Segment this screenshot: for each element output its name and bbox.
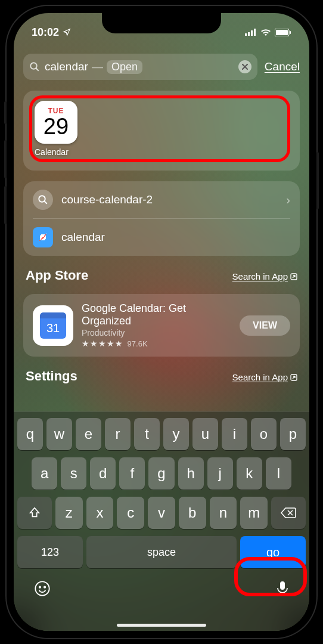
svg-rect-1 xyxy=(248,32,250,36)
appstore-heading: App Store xyxy=(26,268,88,283)
svg-rect-3 xyxy=(254,29,256,36)
svg-point-7 xyxy=(30,63,37,69)
key-i[interactable]: i xyxy=(222,418,247,450)
suggestion-row-search[interactable]: course-calendar-2 › xyxy=(33,181,290,218)
key-w[interactable]: w xyxy=(46,418,72,450)
suggestions-card: course-calendar-2 › calendar xyxy=(23,181,300,256)
key-v[interactable]: v xyxy=(148,497,175,529)
key-r[interactable]: r xyxy=(105,418,131,450)
key-k[interactable]: k xyxy=(237,457,262,490)
volume-down-button[interactable] xyxy=(4,186,7,224)
suggestion-label: course-calendar-2 xyxy=(61,193,278,206)
close-icon xyxy=(242,64,248,70)
appstore-search-in-app[interactable]: Search in App xyxy=(232,271,297,281)
key-u[interactable]: u xyxy=(192,418,218,450)
key-h[interactable]: h xyxy=(178,457,204,490)
backspace-key[interactable] xyxy=(271,497,306,529)
search-icon xyxy=(29,61,40,72)
mute-switch[interactable] xyxy=(4,101,7,124)
suggestion-row-safari[interactable]: calendar xyxy=(33,218,290,256)
annotation-highlight-app: TUE 29 Calendar xyxy=(29,95,290,162)
mic-icon xyxy=(276,580,289,597)
key-f[interactable]: f xyxy=(119,457,145,490)
key-j[interactable]: j xyxy=(207,457,233,490)
backspace-icon xyxy=(281,507,296,519)
notch xyxy=(102,13,221,33)
rating-row: ★★★★★★ 97.6K xyxy=(82,339,231,348)
search-field[interactable]: calendar — Open xyxy=(23,54,257,80)
dictation-key[interactable] xyxy=(276,580,289,601)
key-a[interactable]: a xyxy=(32,457,57,490)
shift-key[interactable] xyxy=(17,497,52,529)
chevron-right-icon: › xyxy=(286,193,290,207)
keyboard-row-bottom: 123 space go xyxy=(17,536,306,568)
key-o[interactable]: o xyxy=(251,418,277,450)
search-row: calendar — Open Cancel xyxy=(23,54,300,80)
open-icon xyxy=(290,374,297,381)
svg-rect-5 xyxy=(276,30,288,35)
calendar-day-number: 29 xyxy=(44,115,69,138)
go-key[interactable]: go xyxy=(240,536,306,568)
open-icon xyxy=(290,273,297,280)
google-calendar-icon: 31 xyxy=(33,305,73,346)
svg-point-13 xyxy=(35,581,49,595)
key-p[interactable]: p xyxy=(280,418,306,450)
svg-line-10 xyxy=(44,201,47,204)
home-indicator[interactable] xyxy=(117,624,206,627)
search-hint-action[interactable]: Open xyxy=(107,60,142,74)
appstore-result-subtitle: Productivity xyxy=(82,328,231,338)
key-d[interactable]: d xyxy=(90,457,116,490)
clear-search-button[interactable] xyxy=(238,60,251,73)
key-s[interactable]: s xyxy=(61,457,86,490)
svg-rect-6 xyxy=(290,31,291,34)
settings-search-in-app[interactable]: Search in App xyxy=(232,372,297,382)
key-m[interactable]: m xyxy=(240,497,268,529)
key-b[interactable]: b xyxy=(179,497,206,529)
numbers-key[interactable]: 123 xyxy=(17,536,83,568)
emoji-key[interactable] xyxy=(34,580,51,601)
status-time: 10:02 xyxy=(32,26,59,39)
keyboard-row-2: asdfghjkl xyxy=(17,457,306,490)
svg-rect-0 xyxy=(245,33,247,36)
calendar-app-result[interactable]: TUE 29 Calendar xyxy=(35,101,88,157)
safari-icon xyxy=(33,227,53,247)
key-t[interactable]: t xyxy=(134,418,160,450)
search-hint-dash: — xyxy=(92,60,103,73)
key-y[interactable]: y xyxy=(163,418,189,450)
location-icon xyxy=(63,28,71,36)
keyboard-row-1: qwertyuiop xyxy=(17,418,306,450)
key-l[interactable]: l xyxy=(266,457,291,490)
svg-point-14 xyxy=(39,587,41,588)
key-e[interactable]: e xyxy=(76,418,101,450)
cellular-icon xyxy=(245,29,257,36)
cancel-button[interactable]: Cancel xyxy=(265,60,300,73)
key-n[interactable]: n xyxy=(210,497,237,529)
search-suggestion-icon xyxy=(33,190,53,210)
phone-frame: 10:02 calendar — Open xyxy=(7,6,316,638)
search-query: calendar xyxy=(45,60,88,73)
power-button[interactable] xyxy=(316,152,319,209)
key-c[interactable]: c xyxy=(117,497,144,529)
key-z[interactable]: z xyxy=(55,497,83,529)
svg-point-9 xyxy=(39,196,45,202)
view-button[interactable]: VIEW xyxy=(240,315,290,336)
calendar-app-icon: TUE 29 xyxy=(35,101,77,144)
calendar-app-label: Calendar xyxy=(35,147,69,157)
key-x[interactable]: x xyxy=(86,497,114,529)
key-g[interactable]: g xyxy=(148,457,174,490)
rating-count: 97.6K xyxy=(128,339,148,348)
keyboard: qwertyuiop asdfghjkl zxcvbnm 123 space g… xyxy=(14,411,309,631)
keyboard-footer xyxy=(17,575,306,601)
appstore-result-title: Google Calendar: Get Organized xyxy=(82,302,231,327)
volume-up-button[interactable] xyxy=(4,140,7,178)
key-q[interactable]: q xyxy=(17,418,43,450)
svg-line-8 xyxy=(36,68,39,71)
emoji-icon xyxy=(34,580,51,597)
svg-rect-2 xyxy=(251,30,253,36)
wifi-icon xyxy=(260,29,271,36)
keyboard-row-3: zxcvbnm xyxy=(17,497,306,529)
space-key[interactable]: space xyxy=(86,536,237,568)
shift-icon xyxy=(28,506,41,519)
appstore-result-card[interactable]: 31 Google Calendar: Get Organized Produc… xyxy=(23,294,300,357)
svg-rect-16 xyxy=(280,581,285,590)
